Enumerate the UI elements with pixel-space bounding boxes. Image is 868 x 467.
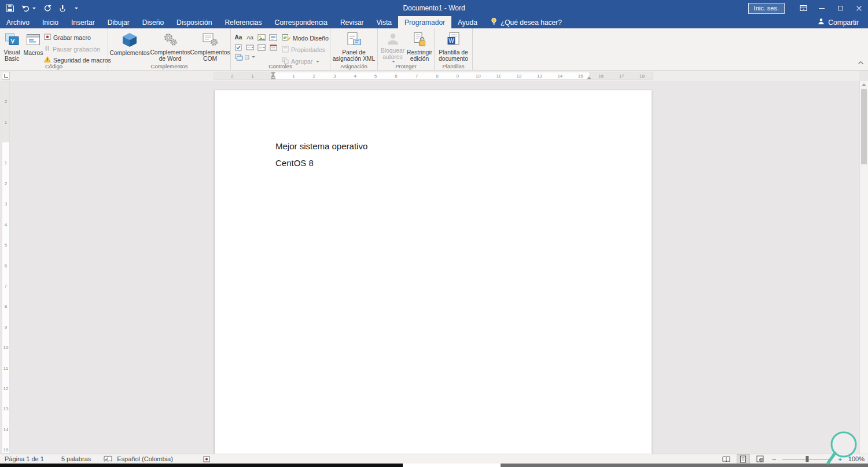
bloquear-autores-button[interactable]: Bloquear autores [379,30,406,62]
ruler-number: 10 [2,345,9,350]
ruler-number: 11 [2,365,9,370]
ribbon-display-options-icon[interactable] [794,0,812,16]
propiedades-button[interactable]: Propiedades [282,46,329,54]
tab-programador[interactable]: Programador [398,16,451,28]
window-title: Documento1 - Word [0,4,868,12]
zoom-out-button[interactable]: − [771,455,778,464]
plain-text-control-icon[interactable]: Aa [245,33,255,42]
sign-in-button[interactable]: Inic. ses. [748,3,785,14]
dropdown-list-control-icon[interactable] [256,43,267,52]
undo-icon[interactable] [21,3,36,13]
picture-control-icon[interactable] [256,33,267,42]
visual-basic-button[interactable]: Visual Basic [1,30,23,62]
zoom-level[interactable]: 100% [848,455,865,462]
group-proteger: Bloquear autores Restringir edición Prot… [378,28,435,70]
customize-qat-icon[interactable] [73,3,78,13]
right-indent-marker[interactable] [587,76,591,79]
visual-basic-label: Visual Basic [2,49,22,62]
repeating-section-control-icon[interactable] [233,53,244,61]
checkbox-control-icon[interactable] [233,43,244,52]
plantilla-documento-button[interactable]: W Plantilla de documento [436,30,471,62]
ruler-number: 14 [557,73,562,80]
complementos-com-button[interactable]: Complementos COM [190,30,230,62]
group-label-proteger: Proteger [378,63,434,69]
ruler-number: 1 [2,119,9,124]
ruler-number: 9 [2,324,9,329]
hanging-indent-marker[interactable] [271,74,275,77]
building-block-gallery-icon[interactable] [268,33,278,42]
legacy-tools-icon[interactable] [245,53,255,61]
tell-me-box[interactable]: ¿Qué desea hacer? [484,16,569,28]
pause-icon [44,45,50,53]
scrollbar-thumb[interactable] [861,89,867,164]
ruler-number: 6 [2,263,9,268]
proofing-status-icon[interactable] [104,455,112,462]
tab-diseno[interactable]: Diseño [136,16,170,28]
complementos-word-label: Complementos de Word [150,49,190,62]
combo-box-control-icon[interactable] [245,43,255,52]
undo-dropdown-caret[interactable] [32,8,36,9]
ruler-number: 4 [354,73,356,80]
restringir-edicion-button[interactable]: Restringir edición [406,30,433,62]
save-icon[interactable] [6,3,14,13]
zoom-in-button[interactable]: + [837,455,844,464]
vertical-scrollbar[interactable] [859,81,868,454]
zoom-slider[interactable] [782,455,832,464]
share-button[interactable]: Compartir [818,16,868,28]
tab-revisar[interactable]: Revisar [334,16,370,28]
ruler-number: 14 [2,426,9,432]
ruler-number: 2 [2,181,9,186]
status-language[interactable]: Español (Colombia) [117,455,173,462]
tab-dibujar[interactable]: Dibujar [101,16,136,28]
macro-record-status-icon[interactable] [203,456,210,462]
propiedades-label: Propiedades [291,46,325,53]
tab-disposicion[interactable]: Disposición [170,16,218,28]
macros-button[interactable]: Macros [23,30,44,62]
tab-correspondencia[interactable]: Correspondencia [268,16,333,28]
redo-icon[interactable] [43,3,52,13]
maximize-button[interactable] [831,0,849,16]
tab-referencias[interactable]: Referencias [218,16,268,28]
xml-mapping-pane-icon [346,31,362,48]
group-complementos: Complementos Complementos de Word Comple… [108,28,231,70]
touch-mouse-mode-icon[interactable] [59,3,66,13]
record-macro-icon [44,34,51,42]
tab-vista[interactable]: Vista [370,16,398,28]
tab-ayuda[interactable]: Ayuda [451,16,484,28]
web-layout-icon[interactable] [754,455,766,464]
tab-inicio[interactable]: Inicio [36,16,65,28]
print-layout-icon[interactable] [737,455,749,464]
zoom-slider-thumb[interactable] [806,456,808,462]
status-bar-right: − + 100% [720,455,868,464]
complementos-word-button[interactable]: Complementos de Word [150,30,190,62]
status-word-count[interactable]: 5 palabras [61,455,91,462]
grabar-macro-button[interactable]: Grabar macro [44,34,106,42]
rich-text-control-icon[interactable]: Aa [233,33,244,42]
complementos-button[interactable]: Complementos [109,30,150,62]
status-page-count[interactable]: Página 1 de 1 [5,455,44,462]
panel-asignacion-xml-button[interactable]: Panel de asignación XML [332,30,376,62]
tab-archivo[interactable]: Archivo [0,16,36,28]
group-controles: Aa Aa [231,28,330,70]
pausar-grabacion-button[interactable]: Pausar grabación [44,45,106,53]
left-indent-marker[interactable] [271,78,275,79]
scroll-up-icon[interactable] [862,83,866,86]
lightbulb-icon [491,17,497,27]
modo-diseno-button[interactable]: Modo Diseño [282,34,329,42]
document-text-line-1: Mejor sistema operativo [275,141,367,151]
pausar-grabacion-label: Pausar grabación [53,46,100,53]
ruler-number: 12 [517,73,522,80]
svg-text:W: W [448,38,454,44]
block-authors-icon [386,31,400,46]
collapse-ribbon-icon[interactable] [858,57,864,67]
minimize-button[interactable] [812,0,831,16]
ruler-number: 5 [374,73,377,80]
close-button[interactable] [849,0,868,16]
macros-icon [26,31,41,49]
vertical-ruler: 12123456789101112131415 [2,81,10,454]
tab-insertar[interactable]: Insertar [65,16,101,28]
document-page[interactable]: Mejor sistema operativo CentOS 8 [214,90,652,454]
tab-stop-selector[interactable] [2,72,10,80]
read-mode-icon[interactable] [720,455,733,464]
date-picker-control-icon[interactable] [268,43,278,52]
